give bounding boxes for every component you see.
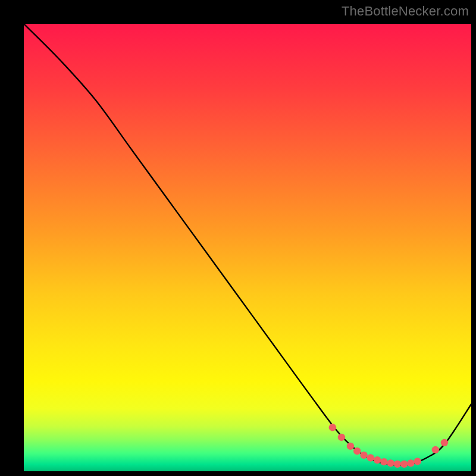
chart-plot bbox=[24, 24, 471, 471]
marker-dot bbox=[367, 454, 374, 461]
marker-dot bbox=[400, 461, 408, 468]
marker-dot bbox=[441, 439, 448, 446]
chart-svg bbox=[24, 24, 471, 471]
gradient-background bbox=[24, 24, 471, 471]
chart-frame: TheBottleNecker.com bbox=[0, 0, 476, 476]
marker-dot bbox=[347, 443, 354, 450]
marker-dot bbox=[338, 434, 345, 441]
marker-dot bbox=[407, 459, 414, 466]
marker-dot bbox=[360, 452, 367, 459]
marker-dot bbox=[432, 446, 439, 453]
marker-dot bbox=[353, 447, 361, 455]
marker-dot bbox=[394, 461, 401, 468]
watermark: TheBottleNecker.com bbox=[342, 4, 469, 19]
marker-dot bbox=[414, 458, 421, 465]
marker-dot bbox=[387, 459, 394, 466]
marker-dot bbox=[329, 424, 336, 431]
marker-dot bbox=[374, 456, 381, 464]
marker-dot bbox=[380, 458, 387, 465]
